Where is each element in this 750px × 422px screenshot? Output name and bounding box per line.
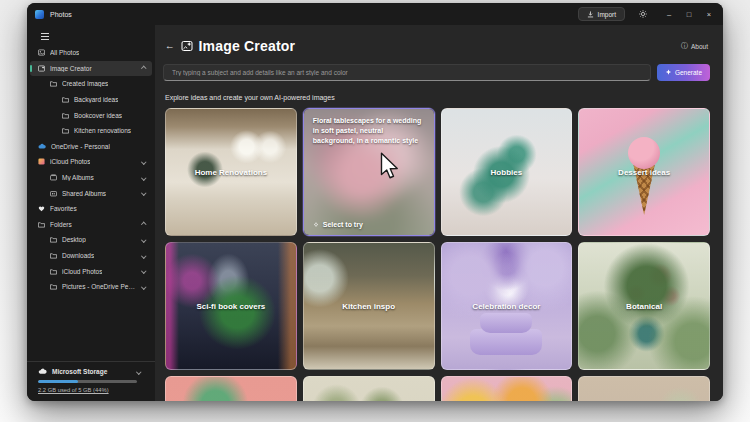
chevron-down-icon: [141, 175, 146, 180]
card-hobbies[interactable]: Hobbies: [441, 108, 573, 236]
close-button[interactable]: ×: [699, 5, 719, 23]
chevron-down-icon: [141, 159, 146, 164]
sidebar-item-backyard-ideas[interactable]: Backyard ideas: [30, 92, 152, 108]
explore-heading: Explore ideas and create your own AI-pow…: [165, 94, 710, 101]
storage-progress-fill: [38, 380, 78, 383]
folder-icon: [50, 80, 57, 87]
sidebar-item-created-images[interactable]: Created Images: [30, 76, 152, 92]
shared-album-icon: [50, 190, 57, 197]
photo-icon: [38, 49, 45, 56]
storage-progress-bar: [38, 380, 137, 383]
info-icon: ⓘ: [681, 41, 688, 51]
sidebar-item-folders[interactable]: Folders: [30, 217, 152, 233]
folder-icon: [62, 127, 69, 134]
folder-icon: [50, 236, 57, 243]
storage-usage-link[interactable]: 2.2 GB used of 5 GB (44%): [38, 387, 109, 393]
import-icon: [587, 11, 594, 18]
image-creator-icon: [38, 65, 45, 72]
sidebar-item-icloud-photos[interactable]: iCloud Photos: [30, 154, 152, 170]
page-header: ← Image Creator ⓘ About: [165, 38, 710, 54]
folder-icon: [38, 221, 45, 228]
cake-art: [480, 313, 532, 333]
hamburger-icon: [41, 36, 49, 37]
sidebar-item-pictures-onedrive[interactable]: Pictures - OneDrive Personal: [30, 279, 152, 295]
chevron-down-icon: [141, 237, 146, 242]
main-content: ← Image Creator ⓘ About Generate Explore…: [155, 25, 723, 401]
back-button[interactable]: ←: [165, 41, 175, 51]
titlebar: Photos Import – □ ×: [27, 3, 723, 25]
generate-button[interactable]: Generate: [657, 64, 710, 81]
card-scifi-book-covers[interactable]: Sci-fi book covers: [165, 242, 297, 370]
photos-app-window: Photos Import – □ × All Photos: [27, 3, 723, 401]
chevron-down-icon: [141, 269, 146, 274]
card-home-renovations[interactable]: Home Renovations: [165, 108, 297, 236]
folder-icon: [50, 252, 57, 259]
menu-button[interactable]: [30, 29, 152, 43]
card-floral-prompt[interactable]: Floral tablescapes for a wedding in soft…: [303, 108, 435, 236]
cloud-icon: [38, 368, 47, 375]
chevron-up-icon: [141, 66, 146, 71]
import-button[interactable]: Import: [578, 7, 625, 21]
idea-card-grid: Home Renovations Floral tablescapes for …: [165, 108, 710, 401]
sidebar-item-image-creator[interactable]: Image Creator: [30, 61, 152, 77]
chevron-down-icon: [141, 284, 146, 289]
sidebar-item-shared-albums[interactable]: Shared Albums: [30, 185, 152, 201]
sidebar-item-downloads[interactable]: Downloads: [30, 248, 152, 264]
gear-icon: [639, 10, 647, 18]
sparkle-icon: [665, 69, 672, 76]
app-title: Photos: [50, 11, 72, 18]
sidebar-item-kitchen-renovations[interactable]: Kitchen renovations: [30, 123, 152, 139]
sidebar-item-icloud-photos-folder[interactable]: iCloud Photos: [30, 263, 152, 279]
folder-icon: [50, 268, 57, 275]
onedrive-cloud-icon: [38, 143, 46, 150]
prompt-bar: Generate: [163, 64, 710, 81]
minimize-button[interactable]: –: [659, 5, 679, 23]
card-dessert-ideas[interactable]: Dessert ideas: [578, 108, 710, 236]
chevron-up-icon: [141, 222, 146, 227]
sidebar: All Photos Image Creator Created Images …: [27, 25, 155, 401]
ice-cream-scoop-art: [628, 137, 660, 169]
prompt-example-text: Floral tablescapes for a wedding in soft…: [313, 116, 426, 146]
settings-button[interactable]: [639, 10, 647, 18]
card-botanical[interactable]: Botanical: [578, 242, 710, 370]
sidebar-item-onedrive-personal[interactable]: OneDrive - Personal: [30, 139, 152, 155]
folder-icon: [62, 112, 69, 119]
icloud-photos-icon: [38, 158, 45, 165]
prompt-input[interactable]: [163, 64, 651, 81]
card-cream-flowers[interactable]: [303, 376, 435, 401]
album-icon: [50, 174, 57, 181]
heart-icon: [38, 205, 45, 212]
sidebar-item-desktop[interactable]: Desktop: [30, 232, 152, 248]
storage-header[interactable]: Microsoft Storage: [38, 368, 147, 375]
image-creator-header-icon: [181, 40, 193, 52]
storage-section: Microsoft Storage 2.2 GB used of 5 GB (4…: [27, 361, 155, 401]
select-to-try[interactable]: Select to try: [313, 221, 363, 228]
card-kitchen-inspo[interactable]: Kitchen inspo: [303, 242, 435, 370]
card-macaron-tower[interactable]: [165, 376, 297, 401]
folder-icon: [50, 283, 57, 290]
chevron-down-icon: [141, 253, 146, 258]
folder-icon: [62, 96, 69, 103]
card-beige-still-life[interactable]: [578, 376, 710, 401]
page-title: Image Creator: [199, 38, 296, 54]
sidebar-item-bookcover-ideas[interactable]: Bookcover ideas: [30, 107, 152, 123]
chevron-down-icon: [141, 191, 146, 196]
sidebar-item-my-albums[interactable]: My Albums: [30, 170, 152, 186]
about-link[interactable]: ⓘ About: [681, 41, 708, 51]
card-macarons[interactable]: [441, 376, 573, 401]
sidebar-item-favorites[interactable]: Favorites: [30, 201, 152, 217]
sparkle-icon: [313, 222, 319, 228]
photos-app-icon: [35, 10, 44, 19]
card-celebration-decor[interactable]: Celebration decor: [441, 242, 573, 370]
sidebar-item-all-photos[interactable]: All Photos: [30, 45, 152, 61]
maximize-button[interactable]: □: [679, 5, 699, 23]
chevron-down-icon: [136, 369, 141, 374]
